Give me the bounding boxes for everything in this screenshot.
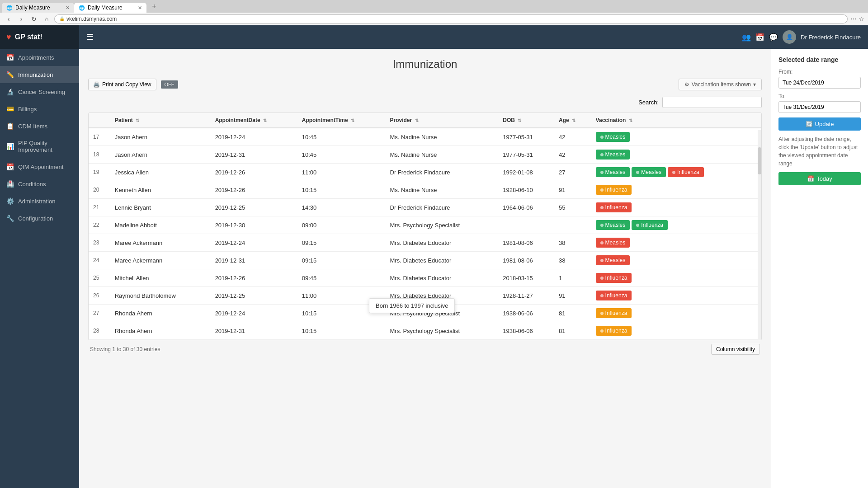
sidebar-item-immunization[interactable]: ✏️ Immunization xyxy=(0,66,79,83)
hamburger-icon[interactable]: ☰ xyxy=(86,32,94,42)
column-visibility-button[interactable]: Column visibility xyxy=(711,344,760,355)
sidebar-label-conditions: Conditions xyxy=(18,181,46,188)
from-date-input[interactable] xyxy=(778,77,861,89)
to-label: To: xyxy=(778,93,861,99)
appointment-time: 11:00 xyxy=(297,164,386,181)
sidebar-item-qim[interactable]: 📆 QIM Appointment xyxy=(0,158,79,175)
vaccination-badge: Influenza xyxy=(596,308,632,318)
extensions-icon[interactable]: ⋯ xyxy=(850,15,857,23)
update-label: Update xyxy=(815,121,834,127)
age: 42 xyxy=(554,146,591,164)
sidebar-label-administration: Administration xyxy=(18,198,55,205)
col-time[interactable]: AppointmentTime ⇅ xyxy=(297,113,386,128)
print-copy-button[interactable]: 🖨️ Print and Copy View xyxy=(88,79,156,90)
patient-name: Rhonda Ahern xyxy=(110,305,211,322)
qim-icon: 📆 xyxy=(6,163,14,170)
main-content: ☰ 👥 📅 💬 👤 Dr Frederick Findacure Immuniz… xyxy=(79,25,868,488)
provider-name: Mrs. Psychology Specialist xyxy=(386,216,499,234)
col-dob[interactable]: DOB ⇅ xyxy=(498,113,554,128)
age: 42 xyxy=(554,128,591,146)
search-input[interactable] xyxy=(662,97,762,108)
sidebar-item-administration[interactable]: ⚙️ Administration xyxy=(0,192,79,210)
sidebar-item-appointments[interactable]: 📅 Appointments xyxy=(0,49,79,66)
appointment-time: 10:45 xyxy=(297,146,386,164)
table-row: 21 Lennie Bryant 2019-12-25 14:30 Dr Fre… xyxy=(89,199,761,216)
provider-name: Mrs. Psychology Specialist xyxy=(386,322,499,340)
col-date[interactable]: AppointmentDate ⇅ xyxy=(211,113,297,128)
sidebar-item-pip[interactable]: 📊 PIP Quality Improvement xyxy=(0,135,79,158)
age xyxy=(554,216,591,234)
row-num: 28 xyxy=(89,322,110,340)
new-tab-button[interactable]: + xyxy=(148,1,160,11)
appointment-date: 2019-12-25 xyxy=(211,199,297,216)
sidebar-item-configuration[interactable]: 🔧 Configuration xyxy=(0,210,79,227)
vaccination-cell: Influenza xyxy=(591,287,761,305)
tab-close-2[interactable]: ✕ xyxy=(138,5,142,11)
table-row: 19 Jessica Allen 2019-12-26 11:00 Dr Fre… xyxy=(89,164,761,181)
vaccination-cell: Measles xyxy=(591,146,761,164)
appointment-time: 14:30 xyxy=(297,199,386,216)
browser-tab-2[interactable]: 🌐 Daily Measure ✕ xyxy=(74,3,146,13)
vaccination-cell: Influenza xyxy=(591,199,761,216)
vaccination-badge: Measles xyxy=(632,167,666,177)
scrollbar-thumb[interactable] xyxy=(758,147,761,174)
table-row: 24 Maree Ackermann 2019-12-31 09:15 Mrs.… xyxy=(89,252,761,269)
gear-icon: ⚙ xyxy=(684,81,689,88)
vaccination-badge: Influenza xyxy=(596,185,632,195)
tab-label-2: Daily Measure xyxy=(88,5,123,11)
browser-tab-1[interactable]: 🌐 Daily Measure ✕ xyxy=(2,3,74,13)
row-num: 24 xyxy=(89,252,110,269)
row-num: 25 xyxy=(89,269,110,287)
sidebar: ♥ GP stat! 📅 Appointments ✏️ Immunizatio… xyxy=(0,25,79,488)
vaccination-badge: Influenza xyxy=(596,326,632,336)
to-date-input[interactable] xyxy=(778,101,861,113)
home-button[interactable]: ⌂ xyxy=(42,14,52,24)
provider-name: Mrs. Diabetes Educator xyxy=(386,234,499,252)
row-num: 19 xyxy=(89,164,110,181)
sidebar-label-pip: PIP Quality Improvement xyxy=(18,140,73,153)
appointment-date: 2019-12-24 xyxy=(211,305,297,322)
sidebar-label-qim: QIM Appointment xyxy=(18,164,63,170)
sidebar-item-billings[interactable]: 💳 Billings xyxy=(0,100,79,117)
vaccination-cell: Influenza xyxy=(591,305,761,322)
topbar-right: 👥 📅 💬 👤 Dr Frederick Findacure xyxy=(742,30,861,44)
printer-icon: 🖨️ xyxy=(93,81,100,88)
patient-name: Kenneth Allen xyxy=(110,181,211,199)
vaccination-badge: Measles xyxy=(596,132,630,142)
bookmark-icon[interactable]: ☆ xyxy=(859,15,864,23)
calendar-icon[interactable]: 📅 xyxy=(755,33,764,42)
tab-close-1[interactable]: ✕ xyxy=(66,5,70,11)
vaccination-items-button[interactable]: ⚙ Vaccination items shown ▾ xyxy=(679,79,762,90)
sidebar-item-cdm[interactable]: 📋 CDM Items xyxy=(0,117,79,135)
reload-button[interactable]: ↻ xyxy=(29,14,39,24)
back-button[interactable]: ‹ xyxy=(4,14,14,24)
vaccination-cell: Measles xyxy=(591,234,761,252)
age: 27 xyxy=(554,164,591,181)
tab-label-1: Daily Measure xyxy=(15,5,50,11)
col-provider[interactable]: Provider ⇅ xyxy=(386,113,499,128)
patient-name: Maree Ackermann xyxy=(110,252,211,269)
vac-items-label: Vaccination items shown xyxy=(692,81,751,88)
sidebar-label-cdm: CDM Items xyxy=(18,123,47,130)
vaccination-badge: Measles xyxy=(596,220,630,230)
col-patient[interactable]: Patient ⇅ xyxy=(110,113,211,128)
forward-button[interactable]: › xyxy=(16,14,26,24)
row-num: 18 xyxy=(89,146,110,164)
users-icon[interactable]: 👥 xyxy=(742,33,751,42)
sidebar-item-cancer-screening[interactable]: 🔬 Cancer Screening xyxy=(0,83,79,100)
sidebar-item-conditions[interactable]: 🏥 Conditions xyxy=(0,175,79,192)
main-inner: Immunization 🖨️ Print and Copy View OFF … xyxy=(79,49,868,488)
today-button[interactable]: 📅 Today xyxy=(778,172,861,185)
vaccination-badge: Measles xyxy=(596,238,630,248)
scrollbar-track[interactable] xyxy=(758,130,761,340)
address-bar[interactable]: 🔒 vkelim.dsmynas.com xyxy=(54,14,848,23)
update-button[interactable]: 🔄 Update xyxy=(778,117,861,131)
vaccination-cell: Influenza xyxy=(591,269,761,287)
chat-icon[interactable]: 💬 xyxy=(769,33,778,42)
col-vaccination[interactable]: Vaccination ⇅ xyxy=(591,113,761,128)
col-age[interactable]: Age ⇅ xyxy=(554,113,591,128)
browser-tabs: 🌐 Daily Measure ✕ 🌐 Daily Measure ✕ + xyxy=(0,0,868,13)
row-num: 22 xyxy=(89,216,110,234)
row-num: 26 xyxy=(89,287,110,305)
appointment-time: 09:15 xyxy=(297,252,386,269)
